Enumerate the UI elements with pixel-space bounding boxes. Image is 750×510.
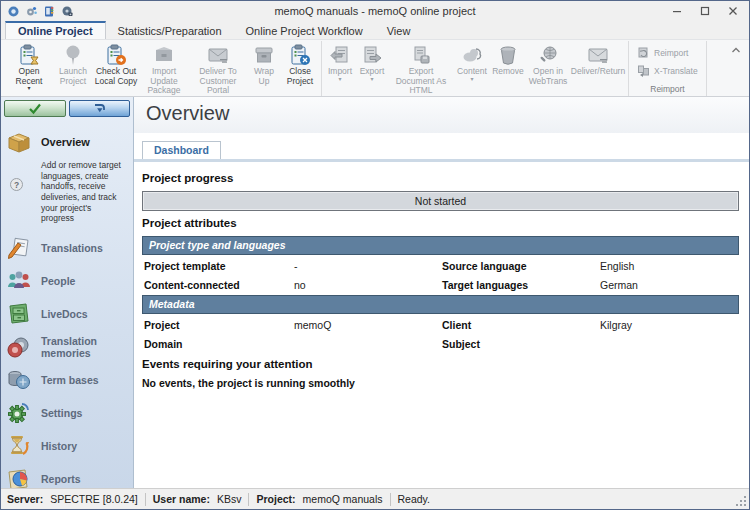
confirm-button[interactable] xyxy=(4,100,66,117)
client-value: Kilgray xyxy=(600,319,733,331)
tab-view[interactable]: View xyxy=(375,23,423,39)
meta-row-1: Project memoQ Client Kilgray xyxy=(142,314,739,333)
clipboard-hourglass-icon xyxy=(18,44,40,66)
content-header: Overview xyxy=(134,97,749,133)
sync-button[interactable] xyxy=(69,100,131,117)
resource-console-icon[interactable] xyxy=(43,5,56,18)
maximize-button[interactable] xyxy=(691,2,719,20)
reimport-button[interactable]: Reimport xyxy=(637,46,698,59)
livedocs-cabinet-icon xyxy=(6,301,32,327)
group-label-reimport: Reimport xyxy=(629,84,706,96)
project-template-value: - xyxy=(294,260,442,272)
open-recent-button[interactable]: Open Recent xyxy=(5,42,53,96)
source-language-value: English xyxy=(600,260,733,272)
band-project-type-languages: Project type and languages xyxy=(142,236,739,255)
open-in-webtrans-button[interactable]: Open in WebTrans xyxy=(526,42,570,97)
close-button[interactable] xyxy=(719,2,747,20)
overview-description: Add or remove target languages, create h… xyxy=(29,160,121,224)
green-check-icon xyxy=(28,103,42,115)
wrap-up-button[interactable]: Wrap Up xyxy=(247,42,281,96)
project-progress-heading: Project progress xyxy=(142,172,739,184)
x-translate-icon xyxy=(637,64,650,77)
package-icon xyxy=(153,44,175,66)
sidebar-item-people[interactable]: People xyxy=(4,265,130,298)
ribbon-tab-bar: Online Project Statistics/Preparation On… xyxy=(1,21,749,39)
project-attributes-heading: Project attributes xyxy=(142,217,739,229)
x-translate-button[interactable]: X-Translate xyxy=(637,64,698,77)
sidebar-item-label: Reports xyxy=(41,473,81,485)
import-update-package-button[interactable]: Import Update Package xyxy=(139,42,189,96)
sidebar-item-translations[interactable]: Translations xyxy=(4,232,130,265)
server-value: SPECTRE [8.0.24] xyxy=(50,493,138,505)
check-out-local-copy-button[interactable]: Check Out Local Copy xyxy=(93,42,139,96)
project-template-label: Project template xyxy=(144,260,294,272)
project-progress-bar: Not started xyxy=(142,191,739,211)
trash-icon xyxy=(497,44,519,66)
target-languages-label: Target languages xyxy=(442,279,600,291)
sidebar-item-translation-memories[interactable]: Translation memories xyxy=(4,331,130,364)
window-title: memoQ manuals - memoQ online project xyxy=(274,5,475,17)
project-label: Project xyxy=(144,319,294,331)
sidebar-item-overview[interactable]: Overview xyxy=(4,125,130,158)
deliver-return-button[interactable]: Deliver/Return xyxy=(570,42,626,97)
title-bar: memoQ manuals - memoQ online project xyxy=(1,1,749,21)
status-divider xyxy=(390,493,391,506)
export-button[interactable]: Export xyxy=(356,42,388,97)
app-window: memoQ manuals - memoQ online project Onl… xyxy=(0,0,750,510)
sidebar-item-label: Translation memories xyxy=(41,335,128,359)
tab-dashboard[interactable]: Dashboard xyxy=(142,141,221,159)
status-divider xyxy=(145,493,146,506)
launch-project-button[interactable]: Launch Project xyxy=(53,42,93,96)
remove-button[interactable]: Remove xyxy=(490,42,526,97)
overview-package-icon xyxy=(6,129,32,155)
sidebar: Overview ? Add or remove target language… xyxy=(1,97,134,488)
server-administrator-icon[interactable] xyxy=(61,5,74,18)
import-button[interactable]: Import xyxy=(324,42,356,97)
dashboard-tabstrip: Dashboard xyxy=(134,133,749,162)
sidebar-item-history[interactable]: History xyxy=(4,430,130,463)
content-cloud-icon xyxy=(461,44,483,66)
sidebar-item-label: Overview xyxy=(41,136,90,148)
archive-box-icon xyxy=(253,44,275,66)
tab-statistics-preparation[interactable]: Statistics/Preparation xyxy=(106,23,234,39)
ready-status: Ready. xyxy=(398,493,431,505)
collapse-ribbon-icon[interactable] xyxy=(731,44,741,56)
sidebar-item-livedocs[interactable]: LiveDocs xyxy=(4,298,130,331)
subject-value xyxy=(600,338,733,350)
ribbon-group-manage-project: Open Recent Launch Project Check Out Loc… xyxy=(3,41,322,96)
dashboard-body: Project progress Not started Project att… xyxy=(134,162,749,488)
sidebar-item-label: LiveDocs xyxy=(41,308,88,320)
progress-status-text: Not started xyxy=(415,195,466,207)
export-document-icon xyxy=(361,44,383,66)
tab-online-project-workflow[interactable]: Online Project Workflow xyxy=(234,23,375,39)
content-connected-label: Content-connected xyxy=(144,279,294,291)
term-bases-icon xyxy=(6,367,32,393)
user-name-label: User name: xyxy=(153,493,210,505)
sidebar-item-label: Settings xyxy=(41,407,82,419)
launch-balloon-icon xyxy=(62,44,84,66)
resize-grip[interactable] xyxy=(736,496,747,507)
clipboard-close-icon xyxy=(289,44,311,66)
minimize-button[interactable] xyxy=(663,2,691,20)
export-document-as-html-button[interactable]: Export Document As HTML xyxy=(388,42,454,97)
sidebar-item-term-bases[interactable]: Term bases xyxy=(4,364,130,397)
tab-online-project[interactable]: Online Project xyxy=(5,21,106,39)
domain-value xyxy=(294,338,442,350)
content-button[interactable]: Content xyxy=(454,42,490,97)
deliver-envelope-icon xyxy=(587,44,609,66)
magnifier-globe-icon xyxy=(537,44,559,66)
svg-text:?: ? xyxy=(14,180,19,190)
deliver-to-customer-portal-button[interactable]: Deliver To Customer Portal xyxy=(189,42,247,96)
help-icon[interactable]: ? xyxy=(10,178,23,191)
sidebar-item-settings[interactable]: Settings xyxy=(4,397,130,430)
memoq-app-icon[interactable] xyxy=(7,5,20,18)
client-label: Client xyxy=(442,319,600,331)
close-project-button[interactable]: Close Project xyxy=(281,42,319,96)
ribbon-group-document: Import Export Export Document As HTML Co… xyxy=(322,41,629,96)
ribbon-group-reimport: Reimport X-Translate Reimport xyxy=(629,41,707,96)
html-document-disk-icon xyxy=(410,44,432,66)
ribbon: Open Recent Launch Project Check Out Loc… xyxy=(1,39,749,97)
source-language-label: Source language xyxy=(442,260,600,272)
server-label: Server: xyxy=(7,493,43,505)
options-gear-icon[interactable] xyxy=(25,5,38,18)
